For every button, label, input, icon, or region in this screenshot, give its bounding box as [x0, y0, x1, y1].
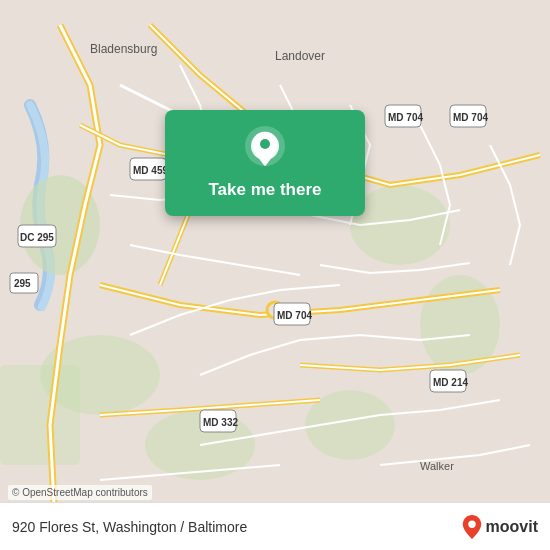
- take-me-there-button[interactable]: Take me there: [208, 180, 321, 200]
- svg-text:Landover: Landover: [275, 49, 325, 63]
- svg-text:MD 704: MD 704: [388, 112, 423, 123]
- svg-text:DC 295: DC 295: [20, 232, 54, 243]
- map-container[interactable]: Bladensburg Landover Walker MD 704 MD 70…: [0, 0, 550, 550]
- svg-point-30: [260, 139, 270, 149]
- moovit-brand-text: moovit: [486, 518, 538, 536]
- svg-text:MD 704: MD 704: [453, 112, 488, 123]
- svg-text:MD 704: MD 704: [277, 310, 312, 321]
- osm-attribution: © OpenStreetMap contributors: [8, 485, 152, 500]
- map-svg: Bladensburg Landover Walker MD 704 MD 70…: [0, 0, 550, 550]
- moovit-logo: moovit: [462, 515, 538, 539]
- svg-text:MD 332: MD 332: [203, 417, 238, 428]
- svg-text:MD 214: MD 214: [433, 377, 468, 388]
- svg-text:295: 295: [14, 278, 31, 289]
- svg-text:Bladensburg: Bladensburg: [90, 42, 157, 56]
- svg-rect-7: [0, 365, 80, 465]
- moovit-pin-icon: [462, 515, 482, 539]
- svg-text:Walker: Walker: [420, 460, 454, 472]
- svg-rect-0: [0, 25, 550, 525]
- svg-point-31: [468, 520, 475, 527]
- bottom-bar: 920 Flores St, Washington / Baltimore mo…: [0, 502, 550, 550]
- svg-text:MD 459: MD 459: [133, 165, 168, 176]
- location-pin-icon: [243, 126, 287, 170]
- address-text: 920 Flores St, Washington / Baltimore: [12, 519, 247, 535]
- popup-card[interactable]: Take me there: [165, 110, 365, 216]
